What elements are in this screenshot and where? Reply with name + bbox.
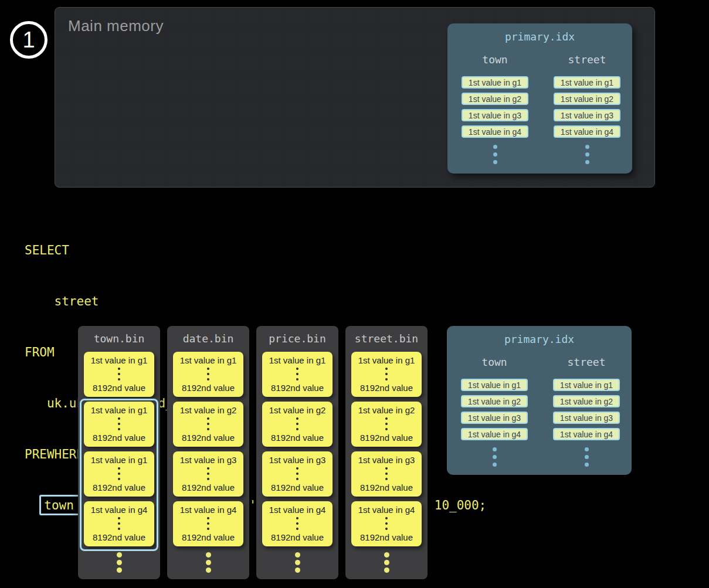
more-rows-ellipsis-icon (585, 145, 589, 164)
granule-last-value: 8192nd value (360, 433, 413, 443)
granule-ellipsis-icon (296, 517, 298, 530)
granule-ellipsis-icon (118, 467, 120, 480)
granule-ellipsis-icon (118, 517, 120, 530)
granule-ellipsis-icon (296, 368, 298, 380)
primary-idx-title: primary.idx (447, 23, 632, 43)
idx-column-street: street 1st value in g1 1st value in g2 1… (554, 53, 620, 164)
bin-card-title: street.bin (345, 326, 428, 345)
granule-ellipsis-icon (296, 417, 298, 430)
granule-last-value: 8192nd value (182, 383, 235, 393)
primary-idx-columns: town 1st value in g1 1st value in g2 1st… (447, 345, 632, 467)
idx-column-header: street (568, 53, 606, 66)
granule-block: 1st value in g2 8192nd value (351, 402, 422, 447)
granule-first-value: 1st value in g4 (180, 505, 237, 515)
granule-first-value: 1st value in g2 (180, 405, 237, 415)
granule-last-value: 8192nd value (182, 482, 235, 492)
granule-first-value: 1st value in g2 (269, 405, 326, 415)
diagram-canvas: 1 Main memory primary.idx town 1st value… (0, 0, 709, 588)
granule-block: 1st value in g1 8192nd value (173, 352, 243, 397)
granule-last-value: 8192nd value (182, 532, 235, 542)
idx-column-street: street 1st value in g1 1st value in g2 1… (553, 356, 620, 467)
idx-column-header: town (482, 53, 507, 66)
primary-idx-card-memory: primary.idx town 1st value in g1 1st val… (447, 23, 632, 174)
primary-idx-title: primary.idx (447, 326, 632, 345)
granule-first-value: 1st value in g2 (358, 405, 415, 415)
granule-first-value: 1st value in g1 (91, 355, 148, 365)
granule-block: 1st value in g3 8192nd value (262, 451, 333, 497)
more-granules-ellipsis-icon (345, 552, 428, 573)
granule-first-value: 1st value in g3 (269, 455, 326, 465)
granule-ellipsis-icon (296, 467, 298, 480)
granule-ellipsis-icon (207, 467, 209, 480)
granule-ellipsis-icon (118, 368, 120, 380)
granule-block: 1st value in g4 8192nd value (351, 501, 422, 546)
idx-entry-chip: 1st value in g1 (553, 379, 620, 391)
more-rows-ellipsis-icon (493, 145, 497, 164)
step-1-badge: 1 (10, 21, 48, 59)
granule-block: 1st value in g3 8192nd value (173, 451, 243, 497)
idx-entries: 1st value in g1 1st value in g2 1st valu… (461, 379, 528, 440)
granule-block: 1st value in g3 8192nd value (351, 451, 422, 497)
granule-first-value: 1st value in g1 (180, 355, 237, 365)
granule-last-value: 8192nd value (271, 482, 324, 492)
bin-card-title: town.bin (78, 326, 160, 345)
granule-last-value: 8192nd value (93, 482, 145, 492)
granule-block: 1st value in g1 8192nd value (84, 451, 154, 497)
granule-last-value: 8192nd value (182, 433, 235, 443)
granule-block: 1st value in g2 8192nd value (262, 402, 333, 447)
main-memory-panel: Main memory primary.idx town 1st value i… (55, 7, 655, 188)
idx-column-town: town 1st value in g1 1st value in g2 1st… (462, 53, 528, 164)
idx-entry-chip: 1st value in g4 (553, 428, 620, 440)
granule-last-value: 8192nd value (360, 482, 413, 492)
granule-blocks: 1st value in g1 8192nd value 1st value i… (256, 352, 338, 546)
granule-first-value: 1st value in g4 (358, 505, 415, 515)
idx-column-town: town 1st value in g1 1st value in g2 1st… (461, 356, 528, 467)
granule-first-value: 1st value in g3 (358, 455, 415, 465)
idx-entry-chip: 1st value in g1 (554, 76, 620, 89)
granule-blocks: 1st value in g1 8192nd value 1st value i… (167, 352, 249, 546)
granule-blocks: 1st value in g1 8192nd value 1st value i… (78, 352, 160, 546)
granule-last-value: 8192nd value (271, 433, 324, 443)
sql-line: SELECT (25, 242, 486, 259)
idx-entry-chip: 1st value in g3 (462, 109, 528, 121)
granule-last-value: 8192nd value (271, 532, 324, 542)
granule-first-value: 1st value in g1 (269, 355, 326, 365)
granule-last-value: 8192nd value (360, 383, 413, 393)
granule-block: 1st value in g4 8192nd value (262, 501, 333, 546)
granule-block: 1st value in g1 8192nd value (351, 352, 422, 397)
more-granules-ellipsis-icon (167, 552, 249, 573)
idx-entry-chip: 1st value in g4 (462, 125, 528, 138)
bin-card-title: price.bin (256, 326, 338, 345)
granule-last-value: 8192nd value (360, 532, 413, 542)
idx-entries: 1st value in g1 1st value in g2 1st valu… (553, 379, 620, 440)
granule-block: 1st value in g4 8192nd value (84, 501, 154, 546)
sql-line: street (25, 293, 486, 310)
granule-first-value: 1st value in g4 (269, 505, 326, 515)
granule-ellipsis-icon (118, 417, 120, 430)
idx-entry-chip: 1st value in g2 (554, 93, 620, 105)
granule-ellipsis-icon (207, 517, 209, 530)
bin-card-town: town.bin 1st value in g1 8192nd value 1s… (78, 326, 160, 579)
idx-column-header: street (567, 356, 605, 368)
granule-ellipsis-icon (385, 417, 388, 430)
granule-last-value: 8192nd value (271, 383, 324, 393)
granule-block: 1st value in g1 8192nd value (84, 402, 154, 447)
granule-ellipsis-icon (385, 467, 388, 480)
primary-idx-columns: town 1st value in g1 1st value in g2 1st… (447, 43, 632, 164)
granule-last-value: 8192nd value (93, 383, 145, 393)
bin-card-price: price.bin 1st value in g1 8192nd value 1… (256, 326, 338, 579)
granule-block: 1st value in g4 8192nd value (173, 501, 243, 546)
idx-entry-chip: 1st value in g1 (462, 76, 528, 89)
granule-block: 1st value in g2 8192nd value (173, 402, 243, 447)
granule-blocks: 1st value in g1 8192nd value 1st value i… (345, 352, 428, 546)
bin-card-title: date.bin (167, 326, 249, 345)
more-rows-ellipsis-icon (493, 447, 497, 467)
granule-last-value: 8192nd value (93, 532, 145, 542)
idx-entry-chip: 1st value in g2 (553, 395, 620, 407)
idx-entry-chip: 1st value in g1 (461, 379, 528, 391)
idx-entry-chip: 1st value in g3 (553, 412, 620, 424)
primary-idx-card-disk: primary.idx town 1st value in g1 1st val… (447, 326, 632, 475)
granule-block: 1st value in g1 8192nd value (262, 352, 333, 397)
sql-indent (25, 498, 39, 512)
granule-ellipsis-icon (207, 417, 209, 430)
